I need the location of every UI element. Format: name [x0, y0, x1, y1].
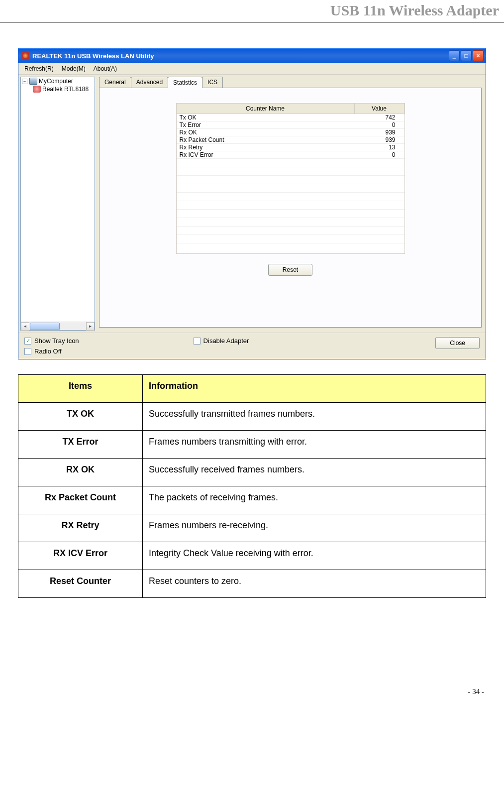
- menu-about[interactable]: About(A): [90, 64, 121, 73]
- tree-item-realtek[interactable]: Realtek RTL8188: [21, 85, 95, 93]
- table-row[interactable]: Rx Packet Count939: [177, 136, 404, 144]
- header-information: Information: [143, 375, 486, 403]
- close-icon: ×: [476, 52, 480, 59]
- minimize-icon: _: [453, 52, 456, 59]
- tab-advanced[interactable]: Advanced: [131, 77, 168, 88]
- collapse-icon[interactable]: −: [22, 79, 27, 84]
- blank-row: [177, 184, 404, 193]
- table-row: Reset CounterReset counters to zero.: [18, 570, 486, 598]
- counter-name: Tx OK: [177, 114, 355, 121]
- item-info: The packets of receiving frames.: [143, 486, 486, 514]
- blank-row: [177, 201, 404, 210]
- tree-scrollbar[interactable]: ◄ ►: [21, 322, 95, 330]
- item-name: Reset Counter: [18, 570, 143, 598]
- blank-row: [177, 218, 404, 227]
- menu-mode[interactable]: Mode(M): [58, 64, 90, 73]
- counter-value: 0: [355, 151, 404, 158]
- menubar: Refresh(R) Mode(M) About(A): [18, 63, 486, 75]
- counter-value: 0: [355, 121, 404, 128]
- radio-off-row[interactable]: Radio Off: [24, 348, 79, 355]
- item-name: RX Retry: [18, 514, 143, 542]
- tabs: General Advanced Statistics ICS: [99, 77, 482, 88]
- adapter-icon: [33, 86, 41, 93]
- bottom-bar: ✓ Show Tray Icon Radio Off Disable Adapt…: [18, 333, 486, 359]
- blank-row: [177, 159, 404, 167]
- item-name: RX OK: [18, 459, 143, 486]
- item-name: TX Error: [18, 431, 143, 459]
- table-row: RX ICV ErrorIntegrity Check Value receiv…: [18, 542, 486, 570]
- col-counter-name[interactable]: Counter Name: [177, 104, 355, 114]
- table-row[interactable]: Tx OK742: [177, 114, 404, 121]
- tab-statistics[interactable]: Statistics: [168, 77, 202, 88]
- maximize-icon: □: [464, 52, 468, 59]
- computer-icon: [29, 78, 37, 85]
- maximize-button[interactable]: □: [461, 50, 472, 61]
- checkbox-disable-adapter[interactable]: [194, 338, 201, 345]
- stats-header: Counter Name Value: [177, 104, 404, 114]
- blank-row: [177, 227, 404, 235]
- show-tray-label: Show Tray Icon: [34, 337, 79, 345]
- main-panel: General Advanced Statistics ICS Counter …: [97, 75, 486, 333]
- counter-name: Rx ICV Error: [177, 151, 355, 158]
- table-row: Rx Packet CountThe packets of receiving …: [18, 486, 486, 514]
- screenshot-area: REALTEK 11n USB Wireless LAN Utility _ □…: [0, 23, 504, 374]
- col-value[interactable]: Value: [355, 104, 404, 114]
- window-controls: _ □ ×: [449, 50, 484, 61]
- menu-refresh[interactable]: Refresh(R): [20, 64, 58, 73]
- scroll-thumb[interactable]: [30, 323, 60, 330]
- page-title: USB 11n Wireless Adapter: [5, 2, 499, 19]
- close-app-button[interactable]: Close: [435, 337, 480, 349]
- disable-adapter-label: Disable Adapter: [203, 337, 249, 345]
- table-row[interactable]: Rx Retry13: [177, 144, 404, 151]
- blank-row: [177, 210, 404, 218]
- scroll-right-icon[interactable]: ►: [86, 322, 95, 331]
- checkbox-show-tray[interactable]: ✓: [24, 338, 31, 345]
- table-row[interactable]: Rx ICV Error0: [177, 151, 404, 159]
- table-row[interactable]: Rx OK939: [177, 129, 404, 136]
- counter-name: Rx Retry: [177, 144, 355, 151]
- tab-general[interactable]: General: [99, 77, 131, 88]
- counter-value: 939: [355, 136, 404, 143]
- item-info: Successfully transmitted frames numbers.: [143, 403, 486, 431]
- window-title: REALTEK 11n USB Wireless LAN Utility: [32, 52, 449, 60]
- checkbox-radio-off[interactable]: [24, 348, 31, 355]
- radio-off-label: Radio Off: [34, 348, 62, 355]
- item-info: Frames numbers transmitting with error.: [143, 431, 486, 459]
- counter-value: 939: [355, 129, 404, 136]
- blank-row: [177, 235, 404, 243]
- item-name: TX OK: [18, 403, 143, 431]
- app-icon: [21, 52, 29, 60]
- scroll-left-icon[interactable]: ◄: [21, 322, 29, 331]
- counter-name: Rx OK: [177, 129, 355, 136]
- stats-body: Tx OK742 Tx Error0 Rx OK939 Rx Packet Co…: [177, 114, 404, 253]
- check-col-left: ✓ Show Tray Icon Radio Off: [24, 337, 79, 355]
- blank-row: [177, 176, 404, 184]
- info-table: Items Information TX OKSuccessfully tran…: [18, 374, 486, 598]
- minimize-button[interactable]: _: [449, 50, 460, 61]
- tree-item-mycomputer[interactable]: − MyComputer: [21, 77, 95, 85]
- reset-button[interactable]: Reset: [268, 264, 312, 276]
- info-table-wrap: Items Information TX OKSuccessfully tran…: [0, 374, 504, 598]
- counter-name: Tx Error: [177, 121, 355, 128]
- page-header: USB 11n Wireless Adapter: [0, 0, 504, 23]
- titlebar[interactable]: REALTEK 11n USB Wireless LAN Utility _ □…: [18, 48, 486, 63]
- table-row: TX OKSuccessfully transmitted frames num…: [18, 403, 486, 431]
- item-info: Successfully received frames numbers.: [143, 459, 486, 486]
- tab-ics[interactable]: ICS: [202, 77, 223, 88]
- counter-value: 742: [355, 114, 404, 121]
- page-number: - 34 -: [0, 598, 504, 706]
- disable-adapter-row[interactable]: Disable Adapter: [194, 337, 249, 345]
- counter-value: 13: [355, 144, 404, 151]
- show-tray-row[interactable]: ✓ Show Tray Icon: [24, 337, 79, 345]
- counter-name: Rx Packet Count: [177, 136, 355, 143]
- close-button[interactable]: ×: [473, 50, 484, 61]
- tab-content: Counter Name Value Tx OK742 Tx Error0 Rx…: [99, 88, 482, 328]
- item-info: Reset counters to zero.: [143, 570, 486, 598]
- header-items: Items: [18, 375, 143, 403]
- table-row: TX ErrorFrames numbers transmitting with…: [18, 431, 486, 459]
- item-name: Rx Packet Count: [18, 486, 143, 514]
- table-row[interactable]: Tx Error0: [177, 121, 404, 129]
- item-name: RX ICV Error: [18, 542, 143, 570]
- tree-label: Realtek RTL8188: [42, 86, 89, 93]
- table-row: RX OKSuccessfully received frames number…: [18, 459, 486, 486]
